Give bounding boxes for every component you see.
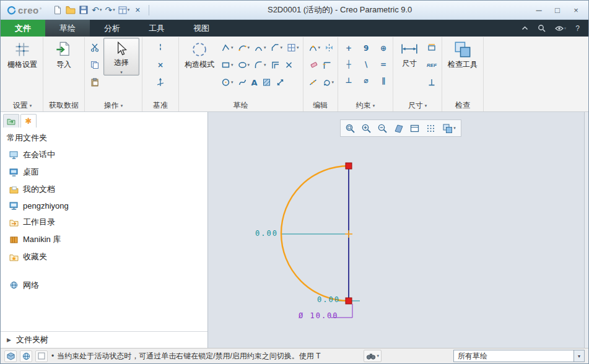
grid-settings-button[interactable]: 栅格设置 <box>4 38 40 69</box>
constraint-parallel-button[interactable]: ∥ <box>377 74 390 87</box>
delete-segment-button[interactable] <box>307 58 319 72</box>
select-status-checkbox[interactable] <box>35 350 48 362</box>
copy-button[interactable] <box>87 58 102 72</box>
inspect-tools-button[interactable]: 检查工具 <box>445 38 481 69</box>
sketch-palette-button[interactable]: ▾ <box>286 40 300 55</box>
chamfer-button[interactable]: ▾ <box>269 40 284 55</box>
folder-item-working-directory[interactable]: 工作目录 <box>1 214 207 231</box>
display-options-icon[interactable]: ▾ <box>555 25 567 32</box>
ellipse-button[interactable]: ▾ <box>237 58 251 72</box>
delete-entity-button[interactable] <box>283 58 295 72</box>
undo-button[interactable]: ↶▾ <box>90 3 103 17</box>
baseline-dimension-button[interactable] <box>424 75 439 90</box>
centerline-button[interactable] <box>153 40 168 55</box>
dimension-value-bottom[interactable]: 0.00 <box>317 295 340 304</box>
folder-item-in-session[interactable]: 在会话中 <box>1 146 207 163</box>
arc-center-point[interactable] <box>345 230 352 238</box>
dimension-value-mid[interactable]: 0.00 <box>255 229 278 238</box>
folder-item-computer[interactable]: pengzhiyong <box>1 198 207 214</box>
text-button[interactable]: A <box>250 75 259 90</box>
group-label-settings[interactable]: 设置 ▾ <box>4 100 40 111</box>
undo-caret-icon[interactable]: ▾ <box>100 7 102 12</box>
folder-tree-bar[interactable]: ▶ 文件夹树 <box>1 331 207 348</box>
operations-dropdown-caret-icon[interactable]: ▾ <box>121 103 123 108</box>
new-file-button[interactable] <box>51 3 64 17</box>
constraint-midpoint-button[interactable]: \ <box>359 58 373 71</box>
model-notification-icon[interactable] <box>4 350 17 362</box>
folder-item-network[interactable]: 网络 <box>1 277 207 294</box>
tab-tools[interactable]: 工具 <box>134 20 179 37</box>
tab-sketch[interactable]: 草绘 <box>45 20 90 37</box>
dimension-dropdown-caret-icon[interactable]: ▾ <box>425 103 427 108</box>
modify-button[interactable]: ▾ <box>307 40 322 55</box>
tab-analysis[interactable]: 分析 <box>90 20 134 37</box>
constraint-coincident-button[interactable]: ⌀ <box>359 74 373 87</box>
command-search-icon[interactable] <box>538 24 546 32</box>
folder-item-favorites[interactable]: 收藏夹 <box>1 248 207 266</box>
ellipse-caret-icon[interactable]: ▾ <box>248 63 250 67</box>
constraint-tangent-button[interactable]: 9 <box>359 42 373 54</box>
fillet-caret-icon[interactable]: ▾ <box>264 63 266 67</box>
import-button[interactable]: 导入 <box>46 38 82 69</box>
constraint-perpendicular-button[interactable]: ⊥ <box>342 74 356 87</box>
folder-item-desktop[interactable]: 桌面 <box>1 163 207 181</box>
conic-arc-button[interactable]: ▾ <box>253 40 268 55</box>
maximize-button[interactable]: □ <box>549 3 566 17</box>
sketch-endpoint-top[interactable] <box>346 163 352 169</box>
tab-file[interactable]: 文件 <box>1 20 45 37</box>
arc-caret-icon[interactable]: ▾ <box>248 45 250 50</box>
construction-mode-button[interactable]: 构造模式 <box>181 38 217 69</box>
divide-button[interactable] <box>307 75 319 90</box>
tab-view[interactable]: 视图 <box>179 20 224 37</box>
folder-item-manikin-library[interactable]: Manikin 库 <box>1 231 207 248</box>
rectangle-button[interactable]: ▾ <box>220 58 235 72</box>
modify-caret-icon[interactable]: ▾ <box>318 45 321 50</box>
close-button[interactable]: × <box>567 3 585 17</box>
line-caret-icon[interactable]: ▾ <box>231 45 233 50</box>
chamfer-caret-icon[interactable]: ▾ <box>281 45 283 50</box>
constraint-equal-button[interactable]: = <box>377 58 390 71</box>
window-switch-caret-icon[interactable]: ▾ <box>128 7 130 12</box>
find-caret-icon[interactable]: ▾ <box>377 353 379 358</box>
constrain-dropdown-caret-icon[interactable]: ▾ <box>373 103 375 108</box>
collapse-ribbon-icon[interactable] <box>521 26 528 30</box>
rotate-resize-caret-icon[interactable]: ▾ <box>332 80 334 85</box>
coordinate-system-button[interactable] <box>153 75 168 90</box>
display-options-caret-icon[interactable]: ▾ <box>564 26 567 31</box>
cut-button[interactable] <box>87 40 102 55</box>
sketch-endpoint-bottom[interactable] <box>346 298 352 304</box>
corner-button[interactable] <box>321 58 333 72</box>
save-button[interactable] <box>77 3 90 17</box>
group-label-operations[interactable]: 操作 ▾ <box>87 100 139 111</box>
group-label-dimension[interactable]: 尺寸 ▾ <box>396 100 439 111</box>
shade-closed-loops-button[interactable] <box>261 75 273 90</box>
arc-button[interactable]: ▾ <box>237 40 251 55</box>
mirror-button[interactable] <box>323 40 335 55</box>
circle-button[interactable]: ▾ <box>220 75 235 90</box>
open-file-button[interactable] <box>64 3 77 17</box>
rotate-resize-button[interactable] <box>274 75 286 90</box>
rotate-resize-edit-button[interactable]: ▾ <box>321 75 336 90</box>
select-caret-icon[interactable]: ▾ <box>120 70 123 75</box>
dimension-button[interactable]: 尺寸 <box>396 38 423 68</box>
redo-caret-icon[interactable]: ▾ <box>113 7 115 12</box>
close-window-button[interactable]: × <box>131 3 144 17</box>
filter-combobox[interactable]: 所有草绘 ▾ <box>453 350 585 362</box>
folder-item-my-documents[interactable]: 我的文档 <box>1 181 207 198</box>
constraint-symmetric-button[interactable]: ⊕ <box>377 42 390 54</box>
datum-point-button[interactable]: × <box>153 58 168 72</box>
graphics-canvas[interactable]: ▾ 0.00 0.00 Ø 10.00 <box>208 112 584 348</box>
window-switch-button[interactable]: ▾ <box>117 3 131 17</box>
fillet-button[interactable]: ▾ <box>253 58 268 72</box>
select-button[interactable]: 选择 ▾ <box>103 38 139 76</box>
paste-button[interactable] <box>87 75 102 90</box>
offset-button[interactable] <box>269 58 281 72</box>
constraint-horizontal-button[interactable]: ┼ <box>342 58 356 71</box>
common-folders-tab[interactable]: ✱ <box>20 114 37 128</box>
spline-button[interactable] <box>237 75 248 90</box>
reference-dimension-button[interactable]: REF <box>424 58 439 72</box>
minimize-button[interactable]: ─ <box>530 3 548 17</box>
circle-caret-icon[interactable]: ▾ <box>231 80 233 85</box>
dimension-value-diameter[interactable]: Ø 10.00 <box>299 311 339 320</box>
help-icon[interactable]: ? <box>575 24 580 33</box>
